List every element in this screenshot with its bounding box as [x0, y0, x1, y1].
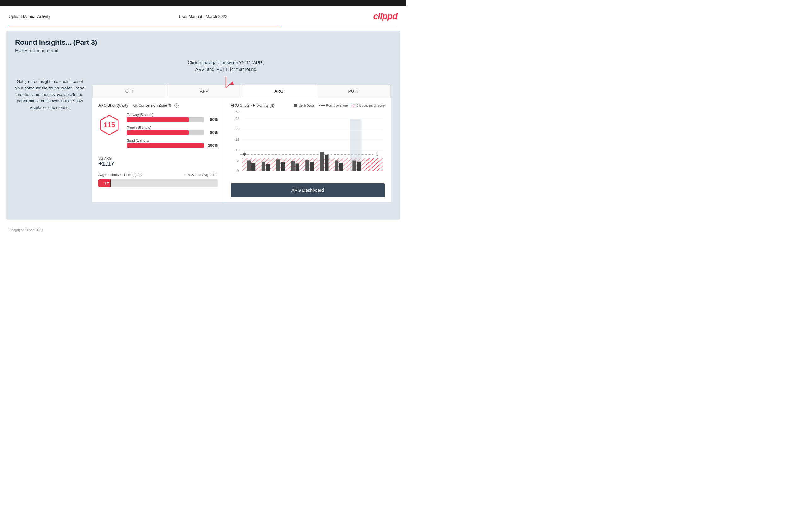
pga-avg: ↑ PGA Tour Avg: 7'10"	[184, 173, 218, 177]
content-layout: Get greater insight into each facet of y…	[15, 59, 391, 202]
bar-fill-sand	[127, 143, 204, 148]
clippd-logo: clippd	[373, 11, 397, 21]
svg-rect-38	[357, 162, 361, 171]
legend-label-up-down: Up & Down	[299, 104, 315, 107]
shot-quality-title: ARG Shot Quality	[98, 103, 128, 108]
tab-ott[interactable]: OTT	[92, 85, 166, 98]
svg-rect-23	[251, 163, 255, 171]
sg-section: SG ARG +1.17	[98, 157, 218, 168]
chart-title: ARG Shots - Proximity (ft)	[231, 103, 274, 108]
sg-value: +1.17	[98, 160, 218, 168]
left-panel-text: Get greater insight into each facet of y…	[15, 78, 85, 111]
bar-row-sand: 100%	[127, 143, 218, 148]
svg-text:15: 15	[235, 137, 240, 141]
arrow-line	[188, 75, 264, 96]
svg-rect-25	[266, 164, 270, 171]
hexagon-score: 115	[98, 114, 120, 136]
svg-rect-41	[375, 158, 379, 171]
svg-rect-31	[310, 162, 314, 171]
card-left-section: ARG Shot Quality 6ft Conversion Zone % ?…	[92, 98, 224, 202]
arrow-svg	[216, 76, 235, 96]
top-bar	[0, 0, 406, 6]
svg-rect-40	[371, 158, 375, 171]
svg-text:0: 0	[237, 168, 239, 172]
bar-track-rough	[127, 130, 204, 135]
card-body: ARG Shot Quality 6ft Conversion Zone % ?…	[92, 98, 391, 202]
bar-track-sand	[127, 143, 204, 148]
bar-row-fairway: 80%	[127, 117, 218, 122]
shot-row-rough: Rough (5 shots) 80%	[127, 126, 218, 135]
legend-round-avg: Round Average	[318, 104, 348, 107]
page-subtitle: Every round in detail	[15, 48, 391, 53]
chart-legend: Up & Down Round Average 6 ft conversion …	[294, 104, 385, 107]
proximity-help-icon[interactable]: ?	[138, 173, 142, 177]
svg-rect-30	[305, 160, 309, 171]
hex-container: 115	[98, 114, 120, 136]
nav-annotation: Click to navigate between 'OTT', 'APP','…	[188, 59, 264, 96]
help-icon[interactable]: ?	[174, 103, 179, 108]
svg-marker-2	[230, 81, 234, 85]
legend-conversion-zone: 6 ft conversion zone	[352, 104, 385, 107]
card-right-section: ARG Shots - Proximity (ft) Up & Down Rou…	[224, 98, 391, 202]
svg-text:5: 5	[237, 158, 239, 162]
bar-fill-rough	[127, 130, 189, 135]
shot-quality-header: ARG Shot Quality 6ft Conversion Zone % ?	[98, 103, 218, 108]
legend-label-conversion: 6 ft conversion zone	[357, 104, 385, 107]
legend-hatched-conversion	[352, 104, 355, 107]
upload-manual-label[interactable]: Upload Manual Activity	[9, 14, 50, 19]
svg-rect-34	[335, 161, 339, 171]
nav-annotation-text: Click to navigate between 'OTT', 'APP','…	[188, 60, 264, 72]
shot-row-fairway: Fairway (5 shots) 80%	[127, 113, 218, 122]
svg-rect-24	[261, 162, 265, 171]
proximity-label-text: Avg Proximity to Hole (ft)	[98, 173, 137, 177]
svg-rect-29	[295, 163, 299, 171]
svg-marker-21	[242, 153, 247, 156]
legend-dashed-round-avg	[318, 105, 325, 106]
svg-rect-37	[352, 161, 356, 171]
svg-rect-28	[291, 161, 295, 171]
arg-dashboard-button[interactable]: ARG Dashboard	[231, 183, 385, 197]
legend-up-down: Up & Down	[294, 104, 315, 107]
left-panel: Get greater insight into each facet of y…	[15, 59, 85, 202]
bar-fill-fairway	[127, 117, 189, 122]
proximity-bar-label: 77'	[104, 181, 109, 185]
bar-row-rough: 80%	[127, 130, 218, 135]
svg-text:8: 8	[376, 153, 378, 156]
proximity-bar-fill: 77'	[98, 179, 110, 187]
header-divider	[9, 26, 397, 26]
tab-putt[interactable]: PUTT	[317, 85, 391, 98]
hex-score-row: 115 Fairway (5 shots)	[98, 113, 218, 152]
shot-row-sand: Sand (1 shots) 100%	[127, 138, 218, 148]
proximity-header: Avg Proximity to Hole (ft) ? ↑ PGA Tour …	[98, 173, 218, 177]
bar-pct-sand: 100%	[207, 143, 218, 148]
bar-pct-fairway: 80%	[207, 117, 218, 122]
svg-rect-26	[276, 159, 280, 171]
main-card: OTT APP ARG PUTT ARG Shot Quality 6ft Co…	[92, 85, 391, 202]
proximity-bar-track: 77'	[98, 179, 218, 187]
sg-label: SG ARG	[98, 157, 218, 160]
footer: Copyright Clippd 2021	[0, 224, 406, 235]
svg-rect-22	[247, 161, 251, 171]
proximity-cursor	[110, 179, 111, 187]
page-title: Round Insights... (Part 3)	[15, 39, 391, 47]
shot-label-sand: Sand (1 shots)	[127, 138, 218, 142]
shot-label-rough: Rough (5 shots)	[127, 126, 218, 129]
copyright-text: Copyright Clippd 2021	[9, 228, 43, 232]
legend-label-round-avg: Round Average	[326, 104, 348, 107]
svg-rect-27	[281, 162, 285, 171]
bar-track-fairway	[127, 117, 204, 122]
svg-text:25: 25	[235, 116, 240, 120]
header: Upload Manual Activity User Manual - Mar…	[0, 6, 406, 26]
shot-bars: Fairway (5 shots) 80% Rough	[127, 113, 218, 152]
svg-rect-33	[324, 155, 328, 171]
shot-label-fairway: Fairway (5 shots)	[127, 113, 218, 116]
manual-date-label: User Manual - March 2022	[179, 14, 227, 19]
chart-area: 0 5 10 15 20 25 30	[231, 110, 385, 179]
svg-text:20: 20	[235, 127, 240, 131]
svg-text:30: 30	[235, 110, 240, 114]
main-content: Round Insights... (Part 3) Every round i…	[6, 31, 400, 220]
svg-text:10: 10	[235, 148, 240, 152]
chart-svg: 0 5 10 15 20 25 30	[231, 110, 385, 179]
conversion-zone-title: 6ft Conversion Zone %	[133, 103, 172, 108]
proximity-label: Avg Proximity to Hole (ft) ?	[98, 173, 142, 177]
